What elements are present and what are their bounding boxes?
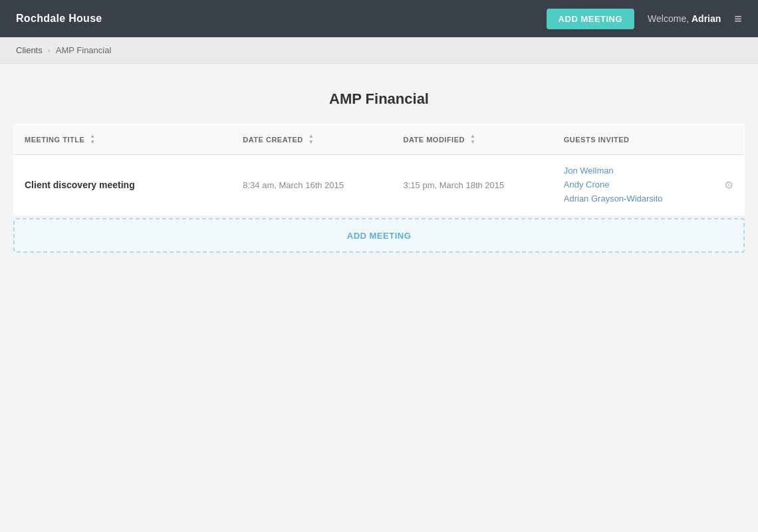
hamburger-menu-icon[interactable]: ≡ [734, 12, 742, 25]
header-left: Rochdale House [16, 13, 102, 25]
guest-name: Adrian Grayson-Widarsito [564, 192, 703, 206]
breadcrumb-separator: › [48, 46, 51, 55]
breadcrumb-current: AMP Financial [56, 45, 112, 55]
meeting-title-cell: Client discovery meeting [14, 155, 233, 215]
table-header-row: MEETING TITLE ▲ ▼ DATE CREATED ▲ ▼ [14, 124, 745, 155]
date-modified-cell: 3:15 pm, March 18th 2015 [393, 155, 553, 215]
col-header-actions [713, 124, 745, 155]
sort-meeting-title[interactable]: ▲ ▼ [90, 134, 95, 145]
date-created-cell: 8:34 am, March 16th 2015 [232, 155, 392, 215]
col-header-guests-invited: GUESTS INVITED [553, 124, 713, 155]
main-content: AMP Financial MEETING TITLE ▲ ▼ DATE CRE… [0, 64, 758, 279]
col-header-meeting-title: MEETING TITLE ▲ ▼ [14, 124, 233, 155]
guests-cell: Jon WellmanAndy CroneAdrian Grayson-Wida… [553, 155, 713, 215]
row-actions-cell[interactable]: ⚙ [713, 155, 745, 215]
gear-icon[interactable]: ⚙ [724, 180, 733, 191]
breadcrumb-clients-link[interactable]: Clients [16, 45, 43, 55]
col-header-date-created: DATE CREATED ▲ ▼ [232, 124, 392, 155]
page-title: AMP Financial [13, 90, 745, 108]
guest-name: Andy Crone [564, 178, 703, 192]
sort-date-created[interactable]: ▲ ▼ [309, 134, 314, 145]
table-row: Client discovery meeting8:34 am, March 1… [14, 155, 745, 215]
breadcrumb: Clients › AMP Financial [0, 37, 758, 64]
guest-name: Jon Wellman [564, 164, 703, 178]
col-header-date-modified: DATE MODIFIED ▲ ▼ [393, 124, 553, 155]
sort-date-modified[interactable]: ▲ ▼ [470, 134, 475, 145]
app-header: Rochdale House ADD MEETING Welcome, Adri… [0, 0, 758, 37]
add-meeting-row[interactable]: ADD MEETING [13, 218, 745, 253]
header-right: ADD MEETING Welcome, Adrian ≡ [547, 9, 742, 29]
app-brand: Rochdale House [16, 13, 102, 25]
welcome-text: Welcome, Adrian [648, 13, 721, 24]
meetings-table: MEETING TITLE ▲ ▼ DATE CREATED ▲ ▼ [13, 124, 745, 215]
add-meeting-button[interactable]: ADD MEETING [547, 9, 635, 29]
